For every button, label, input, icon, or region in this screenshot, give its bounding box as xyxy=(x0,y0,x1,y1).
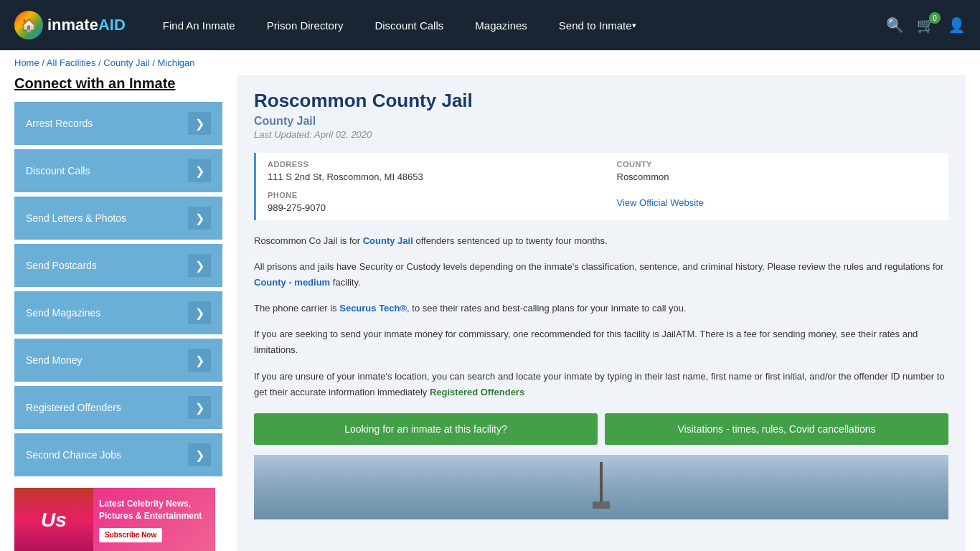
ad-title: Latest Celebrity News, Pictures & Entert… xyxy=(99,498,209,522)
sidebar-item-label: Arrest Records xyxy=(26,118,93,129)
county-jail-link[interactable]: County Jail xyxy=(363,235,413,246)
facility-image xyxy=(254,455,948,519)
sidebar-item-label: Second Chance Jobs xyxy=(26,449,121,461)
sidebar-item-label: Send Letters & Photos xyxy=(26,212,126,224)
sidebar-item-second-chance-jobs[interactable]: Second Chance Jobs ❯ xyxy=(14,433,222,476)
sidebar-item-discount-calls[interactable]: Discount Calls ❯ xyxy=(14,149,222,192)
sidebar-item-arrest-records[interactable]: Arrest Records ❯ xyxy=(14,102,222,145)
sidebar-item-label: Send Postcards xyxy=(26,260,97,271)
desc-para-2: All prisons and jails have Security or C… xyxy=(254,259,948,291)
address-column: ADDRESS 111 S 2nd St, Roscommon, MI 4865… xyxy=(268,160,588,213)
facility-name: Roscommon County Jail xyxy=(254,90,948,112)
main-nav: Find An Inmate Prison Directory Discount… xyxy=(147,0,886,50)
sidebar-advertisement[interactable]: Us Latest Celebrity News, Pictures & Ent… xyxy=(14,488,215,551)
ad-brand-logo: Us xyxy=(14,488,93,551)
user-icon[interactable]: 👤 xyxy=(948,17,966,34)
arrow-icon: ❯ xyxy=(188,207,211,230)
address-label: ADDRESS xyxy=(268,160,588,169)
phone-label: PHONE xyxy=(268,191,588,199)
desc-para-5: If you are unsure of your inmate's locat… xyxy=(254,369,948,400)
arrow-icon: ❯ xyxy=(188,159,211,182)
search-icon[interactable]: 🔍 xyxy=(886,17,904,34)
action-buttons: Looking for an inmate at this facility? … xyxy=(254,413,948,445)
sidebar-item-label: Send Money xyxy=(26,354,83,366)
arrow-icon: ❯ xyxy=(188,443,211,466)
desc-para-1: Roscommon Co Jail is for County Jail off… xyxy=(254,233,948,249)
county-medium-link[interactable]: County - medium xyxy=(254,277,330,288)
nav-magazines[interactable]: Magazines xyxy=(459,0,543,50)
logo-icon: 🏠 xyxy=(14,11,43,39)
arrow-icon: ❯ xyxy=(188,396,211,419)
sidebar-item-send-money[interactable]: Send Money ❯ xyxy=(14,339,222,382)
sidebar-item-send-magazines[interactable]: Send Magazines ❯ xyxy=(14,291,222,334)
ad-text: Latest Celebrity News, Pictures & Entert… xyxy=(93,492,215,548)
address-value: 111 S 2nd St, Roscommon, MI 48653 xyxy=(268,171,588,182)
desc-para-4: If you are seeking to send your inmate m… xyxy=(254,326,948,358)
cart-badge: 0 xyxy=(929,12,941,24)
sidebar: Connect with an Inmate Arrest Records ❯ … xyxy=(14,75,222,551)
breadcrumb-county-jail[interactable]: County Jail xyxy=(103,57,149,68)
sidebar-item-send-postcards[interactable]: Send Postcards ❯ xyxy=(14,244,222,287)
nav-find-inmate[interactable]: Find An Inmate xyxy=(147,0,251,50)
header-icons: 🔍 🛒 0 👤 xyxy=(886,17,966,34)
arrow-icon: ❯ xyxy=(188,112,211,135)
arrow-icon: ❯ xyxy=(188,301,211,324)
sidebar-item-label: Send Magazines xyxy=(26,307,100,319)
header: 🏠 inmateAID Find An Inmate Prison Direct… xyxy=(0,0,980,50)
arrow-icon: ❯ xyxy=(188,349,211,372)
breadcrumb-michigan[interactable]: Michigan xyxy=(157,57,194,68)
ad-subscribe-button[interactable]: Subscribe Now xyxy=(99,528,162,542)
facility-type: County Jail xyxy=(254,115,948,128)
county-value: Roscommon xyxy=(617,171,938,182)
breadcrumb-all-facilities[interactable]: All Facilities xyxy=(47,57,96,68)
sidebar-item-label: Registered Offenders xyxy=(26,402,121,413)
breadcrumb-home[interactable]: Home xyxy=(14,57,39,68)
sidebar-item-label: Discount Calls xyxy=(26,165,90,176)
main-content: Connect with an Inmate Arrest Records ❯ … xyxy=(0,75,980,551)
desc-para-3: The phone carrier is Securus Tech®, to s… xyxy=(254,301,948,316)
facility-last-updated: Last Updated: April 02, 2020 xyxy=(254,129,948,140)
nav-prison-directory[interactable]: Prison Directory xyxy=(251,0,359,50)
securus-tech-link[interactable]: Securus Tech® xyxy=(339,303,407,314)
facility-info-grid: ADDRESS 111 S 2nd St, Roscommon, MI 4865… xyxy=(254,153,948,220)
sidebar-item-registered-offenders[interactable]: Registered Offenders ❯ xyxy=(14,386,222,429)
logo[interactable]: 🏠 inmateAID xyxy=(14,11,126,39)
facility-description: Roscommon Co Jail is for County Jail off… xyxy=(254,233,948,400)
arrow-icon: ❯ xyxy=(188,254,211,277)
official-website-link[interactable]: View Official Website xyxy=(617,197,704,208)
sidebar-title: Connect with an Inmate xyxy=(14,75,222,92)
find-inmate-button[interactable]: Looking for an inmate at this facility? xyxy=(254,413,598,445)
nav-discount-calls[interactable]: Discount Calls xyxy=(359,0,459,50)
visitations-button[interactable]: Visitations - times, rules, Covid cancel… xyxy=(605,413,948,445)
phone-value: 989-275-9070 xyxy=(268,202,588,213)
registered-offenders-link[interactable]: Registered Offenders xyxy=(430,387,524,397)
county-column: COUNTY Roscommon View Official Website xyxy=(617,160,938,213)
nav-send-to-inmate[interactable]: Send to Inmate xyxy=(543,0,652,50)
cart-icon[interactable]: 🛒 0 xyxy=(917,17,935,34)
breadcrumb: Home / All Facilities / County Jail / Mi… xyxy=(0,50,980,75)
sidebar-item-send-letters[interactable]: Send Letters & Photos ❯ xyxy=(14,197,222,240)
facility-detail: Roscommon County Jail County Jail Last U… xyxy=(237,75,966,551)
county-label: COUNTY xyxy=(617,160,938,169)
logo-text: inmateAID xyxy=(47,16,126,34)
